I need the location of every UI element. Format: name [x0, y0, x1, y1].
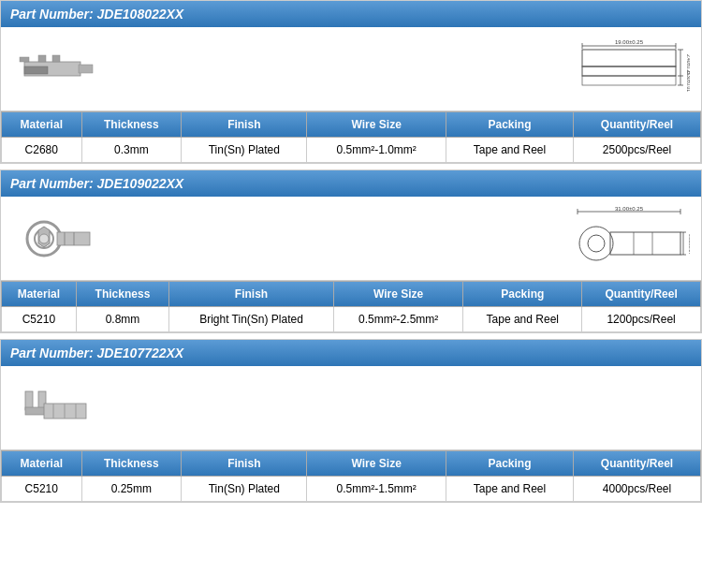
svg-text:19.00±0.25: 19.00±0.25	[615, 39, 644, 45]
col-wiresize-3: Wire Size	[307, 451, 446, 477]
table-row: C5210 0.25mm Tin(Sn) Plated 0.5mm²-1.5mm…	[2, 477, 701, 502]
cell-material-3: C5210	[2, 477, 82, 502]
diagram-1: 19.00±0.25 2.40±0.25 0.30±0.01	[570, 37, 692, 102]
cell-wiresize-1: 0.5mm²-1.0mm²	[307, 138, 446, 163]
diagram-3	[570, 375, 692, 441]
col-thickness-1: Thickness	[81, 112, 182, 138]
col-wiresize-1: Wire Size	[307, 112, 446, 138]
cell-thickness-1: 0.3mm	[81, 138, 182, 163]
cell-material-1: C2680	[2, 138, 82, 163]
cell-packing-2: Tape and Reel	[463, 307, 582, 332]
part-image-row-1: 19.00±0.25 2.40±0.25 0.30±0.01	[1, 27, 701, 111]
svg-rect-3	[52, 55, 60, 62]
svg-point-31	[579, 227, 613, 260]
col-quantity-1: Quantity/Reel	[573, 112, 700, 138]
svg-rect-2	[38, 55, 46, 62]
cell-quantity-2: 1200pcs/Reel	[582, 307, 701, 332]
cell-wiresize-3: 0.5mm²-1.5mm²	[307, 477, 446, 502]
col-quantity-2: Quantity/Reel	[582, 282, 701, 307]
svg-rect-4	[79, 65, 93, 73]
col-packing-3: Packing	[446, 451, 573, 477]
part-image-row-2: 31.00±0.25 0.86±0.07	[1, 197, 701, 281]
svg-rect-1	[20, 57, 29, 62]
svg-point-32	[588, 235, 605, 252]
specs-table-3: Material Thickness Finish Wire Size Pack…	[1, 450, 701, 502]
part-number-2: Part Number: JDE109022XX	[10, 176, 183, 191]
cell-finish-1: Tin(Sn) Plated	[182, 138, 307, 163]
cell-quantity-3: 4000pcs/Reel	[573, 477, 700, 502]
cell-finish-2: Bright Tin(Sn) Plated	[169, 307, 334, 332]
svg-point-26	[39, 234, 49, 243]
col-finish-2: Finish	[169, 282, 334, 307]
col-finish-3: Finish	[182, 451, 307, 477]
col-material-1: Material	[2, 112, 82, 138]
part-number-1: Part Number: JDE108022XX	[10, 7, 183, 22]
specs-table-2: Material Thickness Finish Wire Size Pack…	[1, 281, 701, 332]
svg-text:0.86±0.07: 0.86±0.07	[688, 233, 690, 254]
diagram-2: 31.00±0.25 0.86±0.07	[570, 206, 692, 272]
part-header-2: Part Number: JDE109022XX	[1, 170, 701, 197]
specs-table-1: Material Thickness Finish Wire Size Pack…	[1, 111, 701, 163]
col-quantity-3: Quantity/Reel	[573, 451, 700, 477]
cell-thickness-3: 0.25mm	[81, 477, 182, 502]
col-material-3: Material	[2, 451, 82, 477]
connector-image-3	[10, 375, 104, 441]
svg-rect-11	[582, 66, 676, 76]
col-thickness-3: Thickness	[81, 451, 182, 477]
svg-text:31.00±0.25: 31.00±0.25	[615, 206, 644, 212]
part-header-3: Part Number: JDE107722XX	[1, 340, 701, 366]
col-finish-1: Finish	[182, 112, 307, 138]
svg-rect-33	[610, 232, 680, 255]
col-thickness-2: Thickness	[76, 282, 168, 307]
cell-wiresize-2: 0.5mm²-2.5mm²	[333, 307, 462, 332]
cell-packing-3: Tape and Reel	[446, 477, 573, 502]
part-section-3: Part Number: JDE107722XX	[0, 339, 702, 503]
svg-rect-5	[24, 66, 48, 74]
col-material-2: Material	[2, 282, 77, 307]
part-section-1: Part Number: JDE108022XX	[0, 0, 702, 164]
svg-rect-42	[25, 407, 46, 415]
part-image-row-3	[1, 366, 701, 450]
cell-thickness-2: 0.8mm	[76, 307, 168, 332]
table-row: C2680 0.3mm Tin(Sn) Plated 0.5mm²-1.0mm²…	[2, 138, 701, 163]
col-wiresize-2: Wire Size	[333, 282, 462, 307]
part-number-3: Part Number: JDE107722XX	[10, 345, 183, 360]
svg-rect-19	[582, 76, 676, 85]
part-section-2: Part Number: JDE109022XX	[0, 169, 702, 333]
svg-text:0.30±0.01: 0.30±0.01	[686, 71, 690, 92]
cell-quantity-1: 2500pcs/Reel	[573, 138, 700, 163]
col-packing-1: Packing	[446, 112, 573, 138]
svg-rect-10	[582, 50, 676, 66]
cell-finish-3: Tin(Sn) Plated	[182, 477, 307, 502]
connector-image-1	[10, 37, 104, 102]
cell-material-2: C5210	[2, 307, 77, 332]
part-header-1: Part Number: JDE108022XX	[1, 1, 701, 27]
connector-image-2	[10, 206, 104, 272]
cell-packing-1: Tape and Reel	[446, 138, 573, 163]
col-packing-2: Packing	[463, 282, 582, 307]
table-row: C5210 0.8mm Bright Tin(Sn) Plated 0.5mm²…	[2, 307, 701, 332]
